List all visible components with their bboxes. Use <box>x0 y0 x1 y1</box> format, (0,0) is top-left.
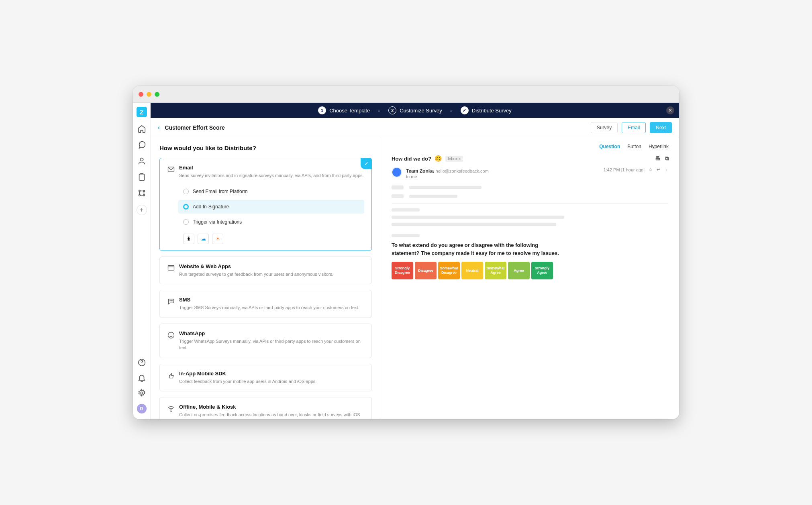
svg-point-13 <box>168 332 174 338</box>
close-icon[interactable]: ✕ <box>666 106 674 114</box>
steps-bar: 1 Choose Template » 2 Customize Survey »… <box>151 103 679 118</box>
email-preview-panel: Question Button Hyperlink How did we do?… <box>381 137 679 419</box>
distribute-card-web[interactable]: Website & Web Apps Run targeted surveys … <box>159 257 372 285</box>
distribute-card-email[interactable]: Email Send survey invitations and in-sig… <box>159 158 372 251</box>
distribute-card-sdk[interactable]: In-App Mobile SDK Collect feedback from … <box>159 364 372 392</box>
step-3[interactable]: Distribute Survey <box>461 106 512 114</box>
svg-point-0 <box>140 158 143 161</box>
reply-icon[interactable]: ↩ <box>657 167 660 172</box>
step-2[interactable]: 2 Customize Survey <box>388 106 442 114</box>
card-title: SMS <box>179 297 359 303</box>
open-external-icon[interactable]: ⧉ <box>665 155 669 162</box>
wifi-icon <box>167 405 175 414</box>
svg-point-4 <box>139 195 140 196</box>
add-button[interactable]: + <box>137 205 147 215</box>
scale-option-0[interactable]: Strongly Disagree <box>392 262 413 279</box>
sms-icon <box>167 297 175 307</box>
settings-icon[interactable] <box>137 389 146 397</box>
chevron-right-icon: » <box>378 108 380 113</box>
minimize-window-dot[interactable] <box>147 92 151 97</box>
card-desc: Trigger WhatsApp Surveys manually, via A… <box>179 338 364 351</box>
step-1-label: Choose Template <box>329 108 370 114</box>
scale-option-6[interactable]: Strongly Agree <box>531 262 553 279</box>
hubspot-icon[interactable]: ✶ <box>212 234 223 244</box>
email-body-skeleton <box>392 185 669 237</box>
step-2-label: Customize Survey <box>400 108 442 114</box>
card-desc: Collect feedback from your mobile app us… <box>179 378 316 385</box>
more-icon[interactable]: ⋮ <box>664 167 669 172</box>
scale-option-2[interactable]: Somewhat Disagree <box>438 262 460 279</box>
email-button[interactable]: Email <box>622 122 646 133</box>
tab-question[interactable]: Question <box>599 144 620 149</box>
svg-point-10 <box>170 301 170 301</box>
next-button[interactable]: Next <box>650 122 672 133</box>
recipient-label: to me <box>406 174 489 179</box>
card-title: In-App Mobile SDK <box>179 371 316 377</box>
back-button[interactable]: ‹ <box>158 124 160 131</box>
scale-option-3[interactable]: Neutral <box>461 262 483 279</box>
svg-point-11 <box>171 301 171 301</box>
email-subject: How did we do? <box>392 156 431 162</box>
email-sender-row: Team Zonka hello@zonkafeedback.com to me… <box>392 167 669 179</box>
step-1[interactable]: 1 Choose Template <box>318 106 370 114</box>
clipboard-icon[interactable] <box>137 173 146 181</box>
maximize-window-dot[interactable] <box>155 92 159 97</box>
help-icon[interactable] <box>137 358 146 367</box>
workflow-icon[interactable] <box>137 189 146 198</box>
window-titlebar <box>133 86 679 103</box>
distribute-card-sms[interactable]: SMS Trigger SMS Surveys manually, via AP… <box>159 290 372 318</box>
page-title: Customer Effort Score <box>165 124 224 131</box>
scale-option-1[interactable]: Disagree <box>415 262 437 279</box>
email-option-integrations[interactable]: Trigger via Integrations <box>178 215 364 229</box>
distribute-options-panel: How would you like to Distribute? Email … <box>151 137 381 419</box>
close-window-dot[interactable] <box>139 92 143 97</box>
chat-icon[interactable] <box>137 141 146 149</box>
tab-hyperlink[interactable]: Hyperlink <box>649 144 669 149</box>
home-icon[interactable] <box>137 124 146 133</box>
zendesk-icon[interactable]: ⧱ <box>183 234 194 244</box>
email-option-send-platform[interactable]: Send Email from Platform <box>178 185 364 198</box>
step-1-number: 1 <box>318 106 326 114</box>
content-split: How would you like to Distribute? Email … <box>151 137 679 419</box>
svg-point-3 <box>143 190 145 192</box>
svg-point-12 <box>172 301 172 301</box>
distribute-card-kiosk[interactable]: Offline, Mobile & Kiosk Collect on-premi… <box>159 397 372 419</box>
sender-avatar <box>392 167 402 177</box>
salesforce-icon[interactable]: ☁ <box>198 234 209 244</box>
print-icon[interactable]: 🖶 <box>655 155 660 162</box>
survey-button[interactable]: Survey <box>591 122 618 133</box>
star-icon[interactable]: ☆ <box>649 167 653 172</box>
user-icon[interactable] <box>137 157 146 165</box>
svg-point-14 <box>171 411 171 412</box>
card-desc: Trigger SMS Surveys manually, via APIs o… <box>179 304 359 311</box>
option-label: Trigger via Integrations <box>193 219 242 225</box>
svg-rect-9 <box>168 265 174 270</box>
radio-icon <box>183 219 189 225</box>
email-timestamp: 1:42 PM |1 hour ago| <box>604 167 645 172</box>
step-3-label: Distribute Survey <box>472 108 512 114</box>
option-label: Send Email from Platform <box>193 189 248 194</box>
envelope-icon <box>167 165 175 175</box>
integration-icons-row: ⧱ ☁ ✶ <box>178 234 364 244</box>
main-area: 1 Choose Template » 2 Customize Survey »… <box>151 103 679 419</box>
user-avatar[interactable]: R <box>137 404 147 413</box>
smiley-icon: 😊 <box>435 155 442 162</box>
svg-point-2 <box>139 190 140 192</box>
scale-option-5[interactable]: Agree <box>508 262 530 279</box>
email-subject-row: How did we do? 😊 Inbox x 🖶 ⧉ <box>392 155 669 162</box>
svg-point-5 <box>143 195 145 196</box>
tab-button[interactable]: Button <box>627 144 641 149</box>
svg-rect-1 <box>139 174 144 181</box>
panel-heading: How would you like to Distribute? <box>159 145 372 151</box>
radio-icon <box>183 204 189 210</box>
brand-logo[interactable]: Z <box>137 107 147 117</box>
preview-tabs: Question Button Hyperlink <box>392 144 669 149</box>
email-option-in-signature[interactable]: Add In-Signature <box>178 200 364 214</box>
option-label: Add In-Signature <box>193 204 229 210</box>
thumbs-up-icon <box>167 371 175 381</box>
scale-option-4[interactable]: Somewhat Agree <box>485 262 506 279</box>
distribute-card-whatsapp[interactable]: WhatsApp Trigger WhatsApp Surveys manual… <box>159 324 372 358</box>
app-shell: Z + R 1 Choose Template » <box>133 103 679 419</box>
bell-icon[interactable] <box>137 373 146 382</box>
survey-question: To what extend do you agree or disagree … <box>392 241 564 257</box>
